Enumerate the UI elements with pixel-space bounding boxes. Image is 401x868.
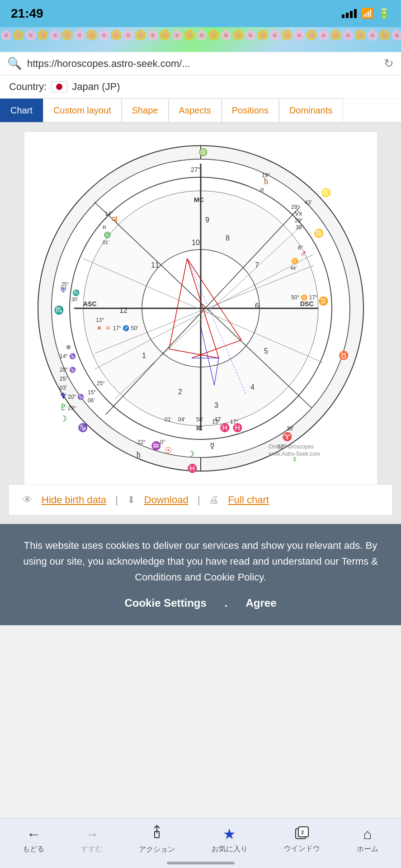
tab-aspects[interactable]: Aspects	[169, 99, 222, 122]
svg-text:ħ: ħ	[137, 450, 141, 459]
svg-text:ASC: ASC	[83, 300, 97, 307]
svg-text:♉: ♉	[339, 350, 349, 360]
svg-text:15°: 15°	[88, 389, 96, 396]
svg-text:☽: ☽	[60, 414, 67, 423]
tab-custom-layout[interactable]: Custom layout	[43, 99, 122, 122]
svg-text:58': 58'	[196, 416, 203, 423]
nav-home[interactable]: ⌂ ホーム	[357, 826, 378, 854]
country-name: Japan (JP)	[72, 81, 120, 93]
svg-text:29°: 29°	[295, 217, 303, 224]
svg-text:29°: 29°	[68, 405, 76, 411]
svg-text:♌: ♌	[321, 188, 331, 198]
svg-text:8°: 8°	[298, 245, 303, 251]
svg-text:06': 06'	[88, 397, 95, 404]
svg-text:R: R	[103, 225, 106, 230]
svg-text:4: 4	[250, 383, 255, 391]
svg-text:1: 1	[142, 352, 146, 359]
svg-text:♏: ♏	[72, 289, 80, 297]
svg-text:22°: 22°	[137, 439, 146, 445]
forward-icon: →	[85, 826, 99, 843]
svg-text:8: 8	[226, 234, 230, 242]
svg-text:03': 03'	[60, 385, 67, 391]
svg-text:♇: ♇	[60, 403, 67, 412]
tab-chart[interactable]: Chart	[0, 99, 43, 122]
signal-icon	[342, 9, 357, 18]
tab-shape[interactable]: Shape	[122, 99, 169, 122]
decorative-flower-strip	[0, 27, 401, 52]
svg-text:20° ♑: 20° ♑	[68, 393, 84, 400]
svg-text:♏: ♏	[54, 305, 64, 315]
separator-1: |	[115, 494, 118, 506]
nav-action[interactable]: アクション	[139, 825, 175, 854]
cookie-settings-button[interactable]: Cookie Settings	[124, 594, 206, 612]
svg-text:☽: ☽	[187, 449, 194, 458]
chart-section: ♍	[0, 123, 401, 524]
svg-text:☉: ☉	[165, 446, 172, 455]
svg-text:♓: ♓	[187, 463, 198, 473]
svg-text:19°: 19°	[262, 172, 270, 179]
svg-text:14°: 14°	[105, 211, 113, 217]
url-bar: 🔍 ↻	[0, 52, 401, 75]
svg-text:♑: ♑	[78, 423, 88, 433]
svg-text:44': 44'	[290, 265, 297, 271]
nav-back[interactable]: ← もどる	[23, 826, 44, 854]
nav-forward[interactable]: → すすむ	[81, 826, 103, 854]
svg-text:♎: ♎	[104, 231, 111, 239]
svg-text:7: 7	[255, 261, 259, 269]
svg-text:3: 3	[214, 401, 218, 409]
status-icons: 📶 🔋	[342, 8, 390, 19]
svg-text:♅: ♅	[60, 285, 67, 294]
search-icon: 🔍	[7, 57, 22, 71]
star-icon: ★	[223, 826, 236, 843]
svg-text:25°: 25°	[61, 281, 69, 287]
cookie-buttons: Cookie Settings . Agree	[18, 594, 383, 612]
svg-text:♃: ♃	[105, 325, 110, 331]
home-icon: ⌂	[363, 826, 372, 843]
country-label: Country:	[9, 81, 47, 93]
wifi-icon: 📶	[361, 8, 373, 19]
svg-text:♓: ♓	[220, 423, 230, 433]
download-link[interactable]: Download	[144, 494, 189, 506]
svg-text:01': 01'	[103, 240, 109, 245]
svg-text:38': 38'	[287, 425, 294, 432]
hide-eye-icon: 👁	[23, 494, 33, 506]
svg-text:♍: ♍	[198, 148, 208, 156]
hide-birth-data-link[interactable]: Hide birth data	[42, 494, 106, 506]
reload-button[interactable]: ↻	[384, 57, 394, 71]
windows-icon: 2	[295, 826, 309, 842]
svg-text:25°: 25°	[97, 380, 105, 387]
svg-text:Vx: Vx	[295, 210, 302, 217]
back-icon: ←	[26, 826, 41, 843]
period-separator: .	[225, 594, 228, 612]
svg-text:Online horoscopes: Online horoscopes	[269, 443, 314, 450]
svg-text:04': 04'	[178, 416, 185, 423]
svg-text:DSC: DSC	[300, 300, 314, 307]
tab-dominants[interactable]: Dominants	[279, 99, 343, 122]
svg-text:IC: IC	[196, 425, 203, 432]
tab-bar: Chart Custom layout Shape Aspects Positi…	[0, 99, 401, 123]
svg-text:R: R	[260, 187, 264, 193]
svg-text:20° ♑: 20° ♑	[60, 366, 76, 373]
tab-positions[interactable]: Positions	[222, 99, 279, 122]
svg-text:♋: ♋	[314, 228, 324, 238]
url-input[interactable]	[27, 58, 378, 70]
svg-text:9: 9	[205, 216, 209, 224]
svg-text:MC: MC	[194, 196, 204, 203]
svg-text:10: 10	[192, 239, 200, 246]
nav-windows[interactable]: 2 ウインドウ	[284, 826, 320, 854]
svg-text:43': 43'	[305, 199, 312, 206]
nav-favorites[interactable]: ★ お気に入り	[212, 826, 248, 854]
agree-button[interactable]: Agree	[246, 594, 277, 612]
svg-text:♊: ♊	[291, 257, 299, 265]
svg-text:50° ♊ 17°: 50° ♊ 17°	[291, 294, 317, 301]
svg-text:☿: ☿	[210, 441, 215, 450]
svg-text:01': 01'	[165, 416, 172, 423]
svg-text:11: 11	[151, 261, 159, 269]
bottom-nav: ← もどる → すすむ アクション ★ お気に入り 2 ウインドウ ⌂	[0, 818, 401, 868]
svg-text:38': 38'	[296, 224, 303, 231]
full-chart-link[interactable]: Full chart	[228, 494, 269, 506]
status-time: 21:49	[11, 6, 43, 21]
svg-text:5: 5	[264, 347, 268, 355]
cookie-banner: This website uses cookies to deliver our…	[0, 524, 401, 625]
svg-text:17° ♐ 50': 17° ♐ 50'	[113, 325, 138, 331]
